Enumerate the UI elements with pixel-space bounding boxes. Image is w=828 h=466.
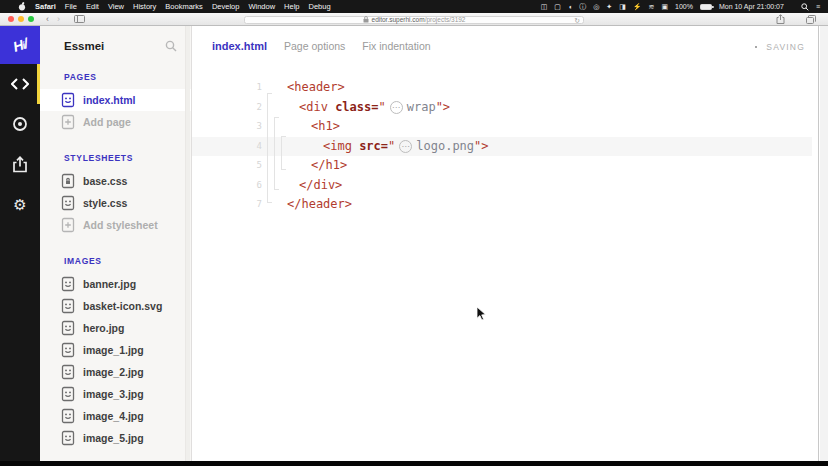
file-row-image-2-jpg[interactable]: image_2.jpg (40, 361, 191, 383)
file-row-hero-jpg[interactable]: hero.jpg (40, 317, 191, 339)
window-zoom-button[interactable] (28, 16, 34, 22)
file-label: index.html (83, 94, 136, 106)
search-icon[interactable] (165, 40, 177, 52)
code-line-1[interactable]: 1<header> (192, 78, 812, 98)
control-center-icon[interactable]: ≡ (816, 3, 820, 10)
menu-safari[interactable]: Safari (35, 2, 56, 11)
section-label-stylesheets: STYLESHEETS (40, 153, 191, 163)
file-row-image-4-jpg[interactable]: image_4.jpg (40, 405, 191, 427)
code-line-3[interactable]: 3<h1> (192, 117, 812, 137)
file-icon (61, 408, 75, 424)
line-content: </header> (262, 195, 352, 215)
status-icons: ◫▢◖ⓘ◎✦◨⚡≋▣ (541, 2, 668, 12)
share-icon[interactable] (776, 14, 785, 24)
spotlight-icon[interactable] (801, 3, 809, 11)
menu-items: SafariFileEditViewHistoryBookmarksDevelo… (35, 2, 331, 11)
sidebar-scrollbar[interactable] (185, 26, 190, 466)
panel-icon[interactable]: ◨ (619, 3, 626, 11)
screen-mirroring-icon[interactable]: ◫ (541, 3, 548, 11)
code-attr: src= (359, 137, 388, 157)
tab-index-html[interactable]: index.html (212, 40, 267, 52)
app-nav-rail: Hi/ ⚙ (0, 26, 40, 466)
code-tag: </header> (287, 195, 352, 215)
menubar-clock[interactable]: Mon 10 Apr 21:00:07 (719, 3, 784, 10)
file-label: hero.jpg (83, 322, 124, 334)
file-icon (61, 195, 75, 211)
browser-toolbar: ‹ › editor.superhi.com/projects/3192 ↻ (0, 13, 828, 26)
file-row-image-1-jpg[interactable]: image_1.jpg (40, 339, 191, 361)
line-number: 1 (192, 78, 262, 98)
file-label: image_3.jpg (83, 388, 144, 400)
file-row-style-css[interactable]: style.css (40, 192, 191, 214)
editor-pane: index.html Page options Fix indentation … (192, 26, 819, 466)
file-row-base-css[interactable]: base.css (40, 170, 191, 192)
code-editor-nav-icon[interactable] (0, 64, 40, 104)
file-row-banner-jpg[interactable]: banner.jpg (40, 273, 191, 295)
code-line-6[interactable]: 6</div> (192, 176, 812, 196)
add-item-add-page[interactable]: Add page (40, 111, 191, 133)
spark-icon[interactable]: ✦ (606, 3, 612, 11)
wifi-icon[interactable]: ≋ (649, 3, 655, 11)
record-icon[interactable]: ◎ (593, 3, 599, 11)
file-label: style.css (83, 197, 127, 209)
superhi-logo[interactable]: Hi/ (0, 26, 40, 64)
tab-overview-icon[interactable] (806, 15, 816, 24)
sidebar-toggle-icon[interactable] (74, 15, 85, 23)
line-number: 2 (192, 98, 262, 118)
display-icon[interactable]: ▢ (554, 3, 561, 11)
code-line-2[interactable]: 2<div class="…wrap"> (192, 98, 812, 118)
file-label: banner.jpg (83, 278, 136, 290)
menu-develop[interactable]: Develop (212, 2, 240, 11)
screen: SafariFileEditViewHistoryBookmarksDevelo… (0, 0, 828, 466)
page-options-button[interactable]: Page options (284, 40, 345, 52)
menu-file[interactable]: File (65, 2, 77, 11)
menu-window[interactable]: Window (248, 2, 275, 11)
upload-nav-icon[interactable] (0, 144, 40, 184)
code-tag: <header> (287, 78, 345, 98)
value-chip-icon[interactable]: … (390, 101, 403, 114)
menu-edit[interactable]: Edit (86, 2, 99, 11)
apple-menu-icon[interactable] (18, 2, 26, 11)
menu-view[interactable]: View (108, 2, 124, 11)
code-line-7[interactable]: 7</header> (192, 195, 812, 215)
fix-indentation-button[interactable]: Fix indentation (362, 40, 430, 52)
bolt-icon[interactable]: ⚡ (633, 3, 642, 11)
preview-eye-nav-icon[interactable] (0, 104, 40, 144)
reload-icon[interactable]: ↻ (574, 17, 580, 25)
macos-menubar: SafariFileEditViewHistoryBookmarksDevelo… (0, 0, 828, 13)
window-minimize-button[interactable] (18, 16, 24, 22)
file-label: Add page (83, 116, 131, 128)
line-number: 3 (192, 117, 262, 137)
forward-button[interactable]: › (57, 15, 60, 24)
section-stylesheets: STYLESHEETSbase.cssstyle.cssAdd styleshe… (40, 153, 191, 236)
info-icon[interactable]: ⓘ (579, 2, 586, 12)
file-icon (61, 430, 75, 446)
value-chip-icon[interactable]: … (399, 140, 412, 153)
menu-debug[interactable]: Debug (309, 2, 331, 11)
file-row-index-html[interactable]: index.html (40, 89, 191, 111)
indent-guide-3 (281, 136, 286, 170)
window-edge-gap (820, 26, 828, 466)
file-label: Add stylesheet (83, 219, 158, 231)
address-bar[interactable]: editor.superhi.com/projects/3192 ↻ (244, 16, 584, 25)
menu-help[interactable]: Help (284, 2, 299, 11)
code-attr: class= (335, 98, 378, 118)
file-row-image-5-jpg[interactable]: image_5.jpg (40, 427, 191, 449)
droplet-icon[interactable]: ◖ (568, 3, 572, 10)
section-label-images: IMAGES (40, 256, 191, 266)
back-button[interactable]: ‹ (46, 15, 49, 24)
code-tag: </h1> (311, 156, 347, 176)
file-label: basket-icon.svg (83, 300, 162, 312)
file-row-image-3-jpg[interactable]: image_3.jpg (40, 383, 191, 405)
saving-spinner-dot (755, 46, 758, 49)
menu-bookmarks[interactable]: Bookmarks (165, 2, 203, 11)
window-close-button[interactable] (8, 16, 14, 22)
toolbar-right (766, 14, 820, 24)
menubar-left: SafariFileEditViewHistoryBookmarksDevelo… (8, 2, 331, 11)
settings-gear-nav-icon[interactable]: ⚙ (0, 184, 40, 224)
file-row-basket-icon-svg[interactable]: basket-icon.svg (40, 295, 191, 317)
menu-history[interactable]: History (133, 2, 156, 11)
code-tag: "> (474, 137, 488, 157)
monitor-icon[interactable]: ▣ (661, 3, 668, 11)
add-item-add-stylesheet[interactable]: Add stylesheet (40, 214, 191, 236)
